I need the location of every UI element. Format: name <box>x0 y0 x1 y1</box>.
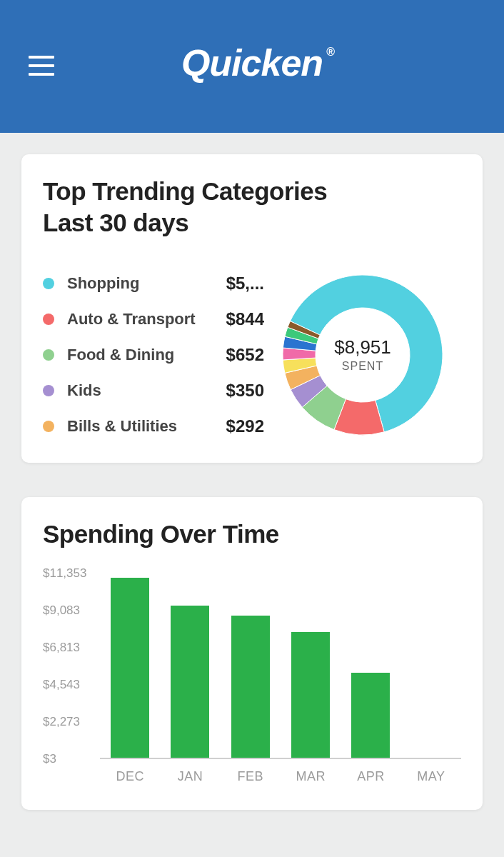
y-tick: $11,353 <box>43 566 86 581</box>
legend-item[interactable]: Food & Dining$652 <box>43 345 264 365</box>
legend-label: Food & Dining <box>67 346 218 364</box>
title-line-1: Top Trending Categories <box>43 177 327 205</box>
bar-column <box>221 573 281 758</box>
donut-center: $8,951 SPENT <box>334 336 391 373</box>
top-categories-title: Top Trending Categories Last 30 days <box>43 176 461 239</box>
y-tick: $4,543 <box>43 678 80 692</box>
bar-column <box>401 573 461 758</box>
legend-amount: $292 <box>226 416 264 436</box>
x-tick: JAN <box>160 769 220 784</box>
bar[interactable] <box>291 632 330 758</box>
app-header: Quicken® <box>0 0 504 133</box>
donut-total-label: SPENT <box>334 360 391 373</box>
bar[interactable] <box>171 606 209 758</box>
bar-chart: $11,353$9,083$6,813$4,543$2,273$3 DECJAN… <box>43 573 461 784</box>
legend-item[interactable]: Bills & Utilities$292 <box>43 416 264 436</box>
legend-swatch <box>43 314 54 325</box>
y-tick: $6,813 <box>43 641 80 655</box>
legend-amount: $652 <box>226 345 264 365</box>
bar[interactable] <box>351 673 390 758</box>
legend-amount: $350 <box>226 381 264 401</box>
legend-amount: $844 <box>226 309 264 329</box>
x-tick: APR <box>341 769 400 784</box>
y-tick: $2,273 <box>43 715 80 729</box>
legend-label: Bills & Utilities <box>67 417 218 436</box>
legend-swatch <box>43 421 54 432</box>
legend-label: Auto & Transport <box>67 310 218 329</box>
x-tick: FEB <box>221 769 281 784</box>
bar-column <box>160 573 220 758</box>
bar[interactable] <box>231 616 270 758</box>
category-legend: Shopping$5,...Auto & Transport$844Food &… <box>43 274 264 436</box>
legend-label: Shopping <box>67 274 218 293</box>
y-tick: $3 <box>43 752 56 766</box>
bar-column <box>341 573 400 758</box>
top-categories-card: Top Trending Categories Last 30 days Sho… <box>21 154 483 463</box>
x-axis: DECJANFEBMARAPRMAY <box>100 769 461 784</box>
donut-total-amount: $8,951 <box>334 336 391 359</box>
legend-amount: $5,... <box>226 274 264 294</box>
app-logo: Quicken® <box>181 41 323 84</box>
x-tick: DEC <box>100 769 160 784</box>
x-tick: MAR <box>281 769 341 784</box>
donut-chart: $8,951 SPENT <box>264 273 461 437</box>
legend-swatch <box>43 349 54 361</box>
legend-item[interactable]: Auto & Transport$844 <box>43 309 264 329</box>
logo-trademark: ® <box>326 46 334 59</box>
legend-item[interactable]: Shopping$5,... <box>43 274 264 294</box>
legend-swatch <box>43 278 54 289</box>
spending-title: Spending Over Time <box>43 518 461 550</box>
bar-column <box>100 573 160 758</box>
logo-text: Quicken <box>181 42 323 84</box>
legend-item[interactable]: Kids$350 <box>43 381 264 401</box>
legend-label: Kids <box>67 381 218 400</box>
legend-swatch <box>43 385 54 396</box>
x-tick: MAY <box>401 769 461 784</box>
bar[interactable] <box>111 578 149 758</box>
main-content: Top Trending Categories Last 30 days Sho… <box>0 133 504 857</box>
y-tick: $9,083 <box>43 603 80 618</box>
spending-over-time-card: Spending Over Time $11,353$9,083$6,813$4… <box>21 497 483 811</box>
bar-column <box>281 573 341 758</box>
plot-area <box>100 573 461 759</box>
hamburger-menu-icon[interactable] <box>29 56 54 76</box>
title-line-2: Last 30 days <box>43 209 188 236</box>
